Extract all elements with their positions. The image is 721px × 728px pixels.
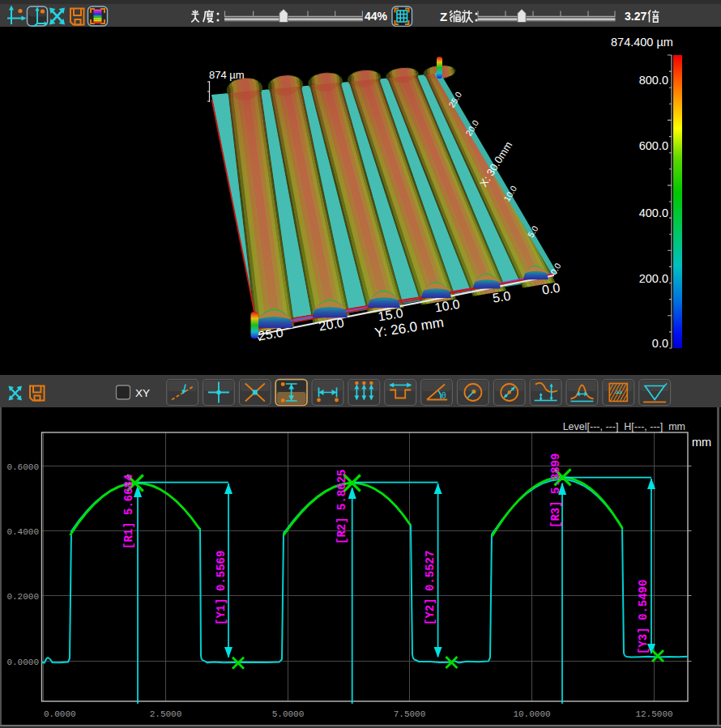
svg-text:XY: XY	[135, 387, 150, 399]
svg-text:2.5000: 2.5000	[150, 709, 182, 719]
svg-text:[Y3] 0.5490: [Y3] 0.5490	[637, 580, 650, 654]
svg-text:44%: 44%	[365, 10, 388, 23]
svg-text:[Y1] 0.5569: [Y1] 0.5569	[215, 551, 228, 625]
svg-text:874.400 µm: 874.400 µm	[611, 36, 673, 49]
svg-text:[R1] 5.6684: [R1] 5.6684	[122, 475, 135, 549]
svg-text:10.0000: 10.0000	[513, 709, 550, 719]
svg-text:5.0000: 5.0000	[272, 709, 305, 719]
svg-text:0.0000: 0.0000	[44, 709, 76, 719]
svg-text:0.0: 0.0	[541, 280, 561, 296]
svg-text:Z: Z	[440, 10, 447, 23]
svg-text:800.0: 800.0	[639, 74, 668, 87]
svg-text:θ: θ	[442, 391, 446, 400]
svg-text:874 µm: 874 µm	[209, 69, 245, 81]
svg-text:3.27: 3.27	[625, 10, 646, 23]
svg-text:0.0000: 0.0000	[6, 658, 39, 667]
svg-text:400.0: 400.0	[639, 206, 668, 219]
svg-text:[Y2] 0.5527: [Y2] 0.5527	[424, 551, 437, 625]
svg-text:12.5000: 12.5000	[635, 709, 672, 719]
svg-text:[R2] 5.8625: [R2] 5.8625	[335, 470, 348, 544]
svg-text:[R3] 5.3899: [R3] 5.3899	[549, 453, 562, 528]
svg-text:0.4000: 0.4000	[6, 527, 39, 537]
svg-text:0.0: 0.0	[652, 337, 668, 350]
svg-text:0.2000: 0.2000	[6, 592, 39, 602]
svg-text:200.0: 200.0	[639, 272, 668, 285]
svg-text:7.5000: 7.5000	[394, 709, 426, 719]
svg-text:Level[---, ---] H[---, ---]: Level[---, ---] H[---, ---] mm	[563, 421, 685, 432]
svg-text:5.0: 5.0	[492, 288, 512, 304]
svg-text:mm: mm	[692, 436, 711, 449]
svg-text:0.6000: 0.6000	[6, 462, 39, 472]
svg-text:600.0: 600.0	[639, 139, 668, 152]
